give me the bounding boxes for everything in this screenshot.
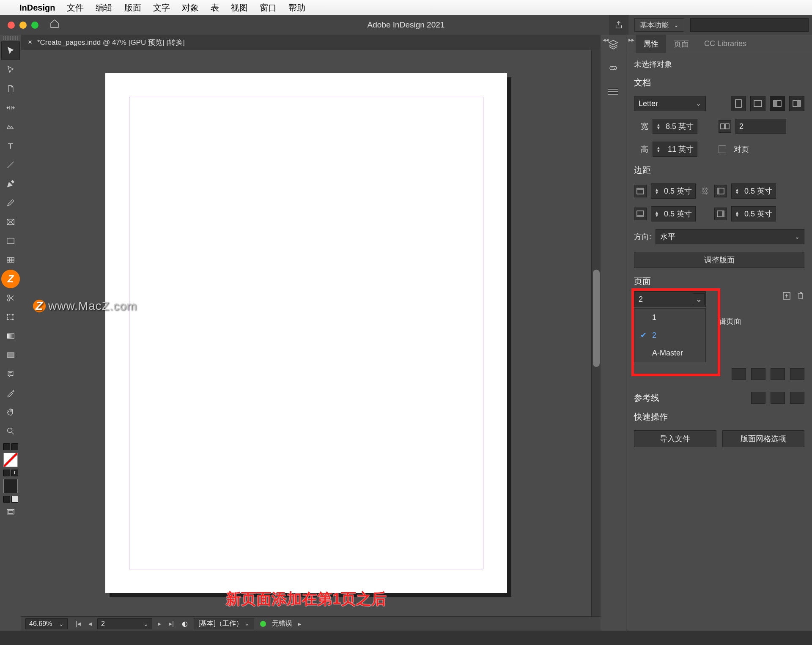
margin-right-field[interactable]: ▲▼0.5 英寸 <box>731 206 776 221</box>
hand-tool[interactable] <box>1 403 20 421</box>
line-tool[interactable] <box>1 156 20 174</box>
page-selector[interactable]: 2 ⌄ <box>634 291 706 307</box>
screen-mode-tool[interactable] <box>1 503 20 521</box>
share-button[interactable] <box>609 15 628 35</box>
grid-view-4[interactable] <box>790 368 804 380</box>
preflight-profile[interactable]: [基本]（工作） ⌄ <box>194 618 254 629</box>
facing-pages-checkbox[interactable] <box>719 145 726 153</box>
pencil-tool[interactable] <box>1 194 20 212</box>
preflight-menu-chevron[interactable]: ▸ <box>298 620 301 627</box>
selection-tool[interactable] <box>1 41 20 60</box>
eyedropper-tool[interactable] <box>1 384 20 402</box>
fill-stroke-swatch[interactable] <box>3 453 18 467</box>
menu-object[interactable]: 对象 <box>182 2 199 14</box>
first-page-button[interactable]: |◂ <box>74 620 83 628</box>
direct-selection-tool[interactable] <box>1 60 20 79</box>
menu-window[interactable]: 窗口 <box>260 2 277 14</box>
zoom-tool[interactable] <box>1 422 20 440</box>
gradient-feather-tool[interactable] <box>1 346 20 364</box>
import-file-button[interactable]: 导入文件 <box>634 430 716 447</box>
search-field[interactable] <box>690 18 809 32</box>
rectangle-frame-tool[interactable] <box>1 213 20 231</box>
workspace-switcher[interactable]: 基本功能 ⌄ <box>634 18 684 32</box>
pages-count-field[interactable]: 2 <box>735 119 786 134</box>
default-fill-stroke[interactable] <box>3 479 18 493</box>
preflight-status-label[interactable]: 无错误 <box>272 619 292 628</box>
guide-option-3[interactable] <box>790 392 804 404</box>
link-margins-icon[interactable]: ⛓ <box>700 187 710 196</box>
tab-properties[interactable]: 属性 <box>636 35 666 53</box>
new-page-icon[interactable] <box>782 292 791 302</box>
collapse-panel-icon[interactable]: ▸▸ <box>626 35 636 45</box>
page-option-master[interactable]: A-Master <box>634 344 705 362</box>
page-tool[interactable] <box>1 79 20 98</box>
menu-file[interactable]: 文件 <box>67 2 84 14</box>
scissors-tool[interactable] <box>1 289 20 307</box>
window-minimize-button[interactable] <box>19 22 27 29</box>
next-page-button[interactable]: ▸ <box>155 620 164 628</box>
margin-bottom-field[interactable]: ▲▼0.5 英寸 <box>651 206 696 221</box>
page-number-field[interactable]: 2⌄ <box>97 618 152 629</box>
page-preset-select[interactable]: Letter⌄ <box>634 96 706 111</box>
window-close-button[interactable] <box>8 22 15 29</box>
binding-left-button[interactable] <box>770 96 785 111</box>
vertical-scrollbar[interactable] <box>591 50 601 616</box>
tab-pages[interactable]: 页面 <box>666 35 697 53</box>
grid-view-2[interactable] <box>751 368 765 380</box>
width-field[interactable]: ▲▼8.5 英寸 <box>653 119 697 134</box>
edit-page-label[interactable]: 辑页面 <box>719 316 741 326</box>
menu-edit[interactable]: 编辑 <box>96 2 112 14</box>
fill-stroke-toggle[interactable] <box>3 443 18 450</box>
rectangle-tool[interactable] <box>1 232 20 250</box>
type-tool[interactable] <box>1 137 20 155</box>
margin-top-field[interactable]: ▲▼0.5 英寸 <box>651 183 696 199</box>
expand-dock-icon[interactable]: ◂◂ <box>601 35 611 45</box>
tab-close-icon[interactable]: × <box>28 38 32 46</box>
content-collector-tool[interactable] <box>1 118 20 136</box>
adjust-layout-button[interactable]: 调整版面 <box>634 252 804 268</box>
menu-table[interactable]: 表 <box>211 2 219 14</box>
delete-page-icon[interactable] <box>797 292 804 302</box>
page-option-2[interactable]: ✔2 <box>634 326 705 344</box>
note-tool[interactable] <box>1 365 20 383</box>
menu-type[interactable]: 文字 <box>153 2 170 14</box>
page-option-1[interactable]: 1 <box>634 309 705 326</box>
height-field[interactable]: ▲▼11 英寸 <box>653 142 697 157</box>
stroke-panel-icon[interactable] <box>606 85 620 99</box>
watermark-z: Z <box>1 270 20 288</box>
layout-grid-button[interactable]: 版面网格选项 <box>722 430 805 447</box>
open-preflight-icon[interactable]: ◐ <box>182 620 188 628</box>
app-menu[interactable]: InDesign <box>19 3 55 13</box>
panel-grip[interactable] <box>3 36 18 40</box>
tab-cc-libraries[interactable]: CC Libraries <box>697 35 754 53</box>
grid-view-3[interactable] <box>771 368 785 380</box>
free-transform-tool[interactable] <box>1 308 20 326</box>
margin-left-field[interactable]: ▲▼0.5 英寸 <box>731 183 776 199</box>
application-bar: Adobe InDesign 2021 基本功能 ⌄ <box>0 15 812 35</box>
orientation-select[interactable]: 水平⌄ <box>656 229 804 244</box>
grid-view-1[interactable] <box>732 368 746 380</box>
last-page-button[interactable]: ▸| <box>167 620 176 628</box>
guide-option-2[interactable] <box>771 392 785 404</box>
links-panel-icon[interactable] <box>606 61 620 75</box>
orientation-landscape-button[interactable] <box>750 96 765 111</box>
gap-tool[interactable] <box>1 98 20 117</box>
gradient-swatch-tool[interactable] <box>1 327 20 345</box>
menu-layout[interactable]: 版面 <box>124 2 141 14</box>
apply-to-toggle[interactable]: T <box>3 470 18 476</box>
menu-view[interactable]: 视图 <box>231 2 248 14</box>
document-canvas[interactable]: Zwww.MacZ.com 新页面添加在第1页之后 <box>21 50 591 616</box>
grid-tool[interactable] <box>1 251 20 269</box>
view-mode-toggle[interactable] <box>3 496 18 503</box>
guide-option-1[interactable] <box>751 392 765 404</box>
home-icon[interactable] <box>49 19 60 31</box>
zoom-level-field[interactable]: 46.69%⌄ <box>25 618 68 629</box>
document-tab[interactable]: × *Create_pages.indd @ 47% [GPU 预览] [转换] <box>21 35 601 50</box>
window-zoom-button[interactable] <box>31 22 38 29</box>
orientation-portrait-button[interactable] <box>731 96 746 111</box>
pen-tool[interactable] <box>1 175 20 193</box>
scrollbar-thumb[interactable] <box>593 270 600 367</box>
menu-help[interactable]: 帮助 <box>288 2 305 14</box>
prev-page-button[interactable]: ◂ <box>85 620 95 628</box>
binding-right-button[interactable] <box>789 96 804 111</box>
